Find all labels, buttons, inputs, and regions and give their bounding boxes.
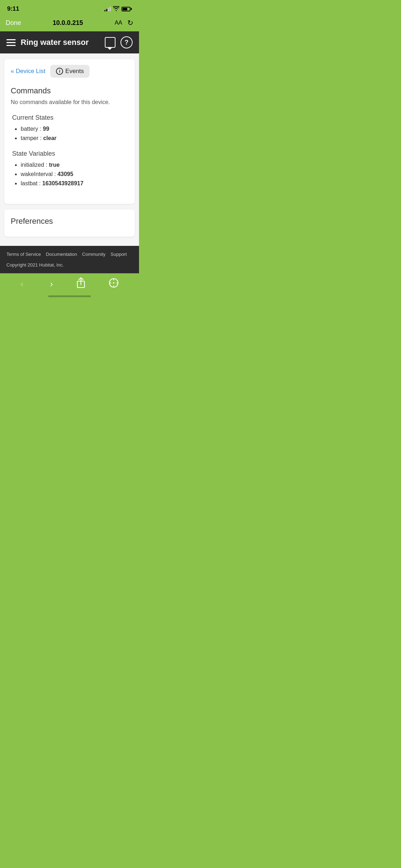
- status-time: 9:11: [7, 5, 19, 12]
- footer-tos[interactable]: Terms of Service: [6, 250, 41, 258]
- app-header: Ring water sensor ?: [0, 31, 139, 53]
- current-states-title: Current States: [11, 114, 128, 122]
- nav-bar: « Device List i Events: [11, 65, 128, 78]
- var-label: lastbat :: [21, 180, 42, 186]
- commands-section: Commands No commands available for this …: [11, 86, 128, 105]
- browser-url: 10.0.0.215: [53, 19, 83, 27]
- battery-icon: [122, 7, 132, 11]
- list-item: wakeInterval : 43095: [21, 171, 128, 177]
- footer-copyright: Copyright 2021 Hubitat, Inc.: [6, 261, 64, 269]
- state-label: battery :: [21, 126, 43, 132]
- state-variables-list: initialized : true wakeInterval : 43095 …: [11, 162, 128, 187]
- footer-links: Terms of Service Documentation Community…: [6, 250, 133, 269]
- bottom-nav: ‹ ›: [0, 273, 139, 293]
- share-button[interactable]: [76, 278, 86, 290]
- browser-bar: Done 10.0.0.215 AA ↺: [0, 16, 139, 31]
- device-list-link[interactable]: « Device List: [11, 68, 45, 75]
- status-bar: 9:11: [0, 0, 139, 16]
- browser-actions: AA ↺: [115, 19, 133, 27]
- signal-icon: [104, 6, 111, 11]
- compass-button[interactable]: [105, 277, 122, 291]
- messages-button[interactable]: [105, 37, 115, 48]
- var-label: initialized :: [21, 162, 49, 168]
- footer-support[interactable]: Support: [110, 250, 127, 258]
- done-button[interactable]: Done: [6, 19, 21, 27]
- events-label: Events: [65, 68, 84, 75]
- list-item: battery : 99: [21, 126, 128, 132]
- current-states-section: Current States battery : 99 tamper : cle…: [11, 114, 128, 141]
- main-content: « Device List i Events Commands No comma…: [0, 53, 139, 246]
- var-value: 1630543928917: [42, 180, 83, 186]
- state-variables-section: State Variables initialized : true wakeI…: [11, 150, 128, 187]
- events-tab[interactable]: i Events: [50, 65, 89, 78]
- current-states-list: battery : 99 tamper : clear: [11, 126, 128, 141]
- list-item: lastbat : 1630543928917: [21, 180, 128, 187]
- preferences-card: Preferences: [4, 210, 135, 237]
- var-value: 43095: [57, 171, 73, 177]
- list-item: tamper : clear: [21, 135, 128, 141]
- commands-title: Commands: [11, 86, 128, 95]
- back-button[interactable]: ‹: [17, 278, 27, 290]
- help-button[interactable]: ?: [120, 36, 133, 48]
- status-icons: [104, 6, 132, 12]
- main-card: « Device List i Events Commands No comma…: [4, 59, 135, 204]
- svg-point-3: [113, 282, 114, 284]
- footer: Terms of Service Documentation Community…: [0, 246, 139, 273]
- menu-button[interactable]: [6, 39, 16, 46]
- var-value: true: [49, 162, 60, 168]
- reload-button[interactable]: ↺: [127, 19, 133, 27]
- footer-community[interactable]: Community: [82, 250, 106, 258]
- commands-empty: No commands available for this device.: [11, 99, 128, 105]
- state-label: tamper :: [21, 135, 43, 141]
- preferences-title: Preferences: [11, 217, 128, 226]
- state-value: clear: [43, 135, 56, 141]
- text-size-button[interactable]: AA: [115, 20, 122, 26]
- events-info-icon: i: [56, 68, 63, 75]
- footer-docs[interactable]: Documentation: [46, 250, 77, 258]
- forward-button[interactable]: ›: [47, 278, 57, 290]
- wifi-icon: [113, 6, 119, 12]
- var-label: wakeInterval :: [21, 171, 57, 177]
- list-item: initialized : true: [21, 162, 128, 168]
- home-indicator: [0, 293, 139, 301]
- state-variables-title: State Variables: [11, 150, 128, 157]
- page-title: Ring water sensor: [21, 38, 105, 47]
- header-icons: ?: [105, 36, 133, 48]
- state-value: 99: [43, 126, 49, 132]
